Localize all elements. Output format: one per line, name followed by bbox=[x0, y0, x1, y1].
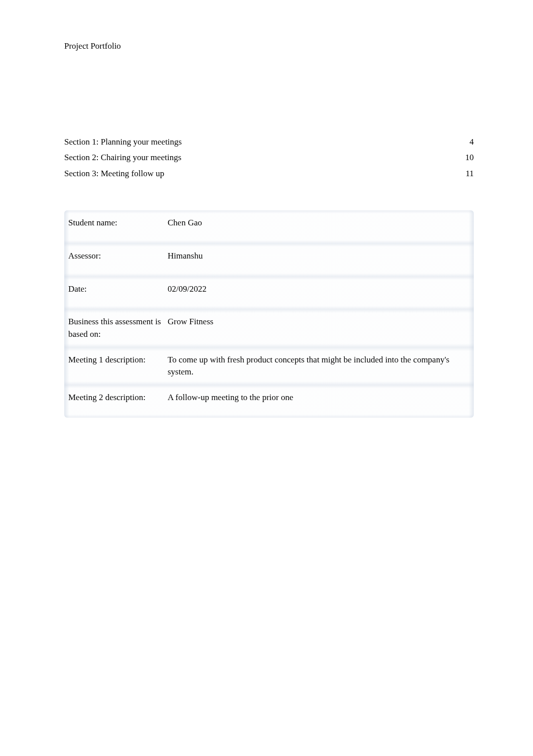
info-value-business: Grow Fitness bbox=[165, 309, 474, 347]
info-label-meeting2: Meeting 2 description: bbox=[64, 385, 165, 418]
table-row: Business this assessment is based on: Gr… bbox=[64, 309, 474, 347]
table-row: Meeting 1 description: To come up with f… bbox=[64, 347, 474, 385]
toc-row: Section 3: Meeting follow up 11 bbox=[64, 166, 474, 181]
table-row: Date: 02/09/2022 bbox=[64, 277, 474, 310]
info-label-assessor: Assessor: bbox=[64, 243, 165, 277]
page-title: Project Portfolio bbox=[64, 41, 121, 51]
toc-item-page: 4 bbox=[459, 134, 474, 150]
table-row: Meeting 2 description: A follow-up meeti… bbox=[64, 385, 474, 418]
info-table: Student name: Chen Gao Assessor: Himansh… bbox=[64, 210, 474, 418]
info-value-meeting1: To come up with fresh product concepts t… bbox=[165, 347, 474, 385]
info-value-student-name: Chen Gao bbox=[165, 210, 474, 243]
info-table-container: Student name: Chen Gao Assessor: Himansh… bbox=[64, 210, 474, 418]
toc-item-title: Section 3: Meeting follow up bbox=[64, 166, 459, 181]
info-value-date: 02/09/2022 bbox=[165, 277, 474, 310]
info-value-assessor: Himanshu bbox=[165, 243, 474, 277]
page-header: Project Portfolio bbox=[64, 41, 474, 51]
toc-row: Section 2: Chairing your meetings 10 bbox=[64, 150, 474, 165]
info-value-meeting2: A follow-up meeting to the prior one bbox=[165, 385, 474, 418]
toc-item-title: Section 1: Planning your meetings bbox=[64, 134, 459, 150]
info-label-date: Date: bbox=[64, 277, 165, 310]
info-label-business: Business this assessment is based on: bbox=[64, 309, 165, 347]
table-row: Assessor: Himanshu bbox=[64, 243, 474, 277]
info-label-meeting1: Meeting 1 description: bbox=[64, 347, 165, 385]
info-label-student-name: Student name: bbox=[64, 210, 165, 243]
table-of-contents: Section 1: Planning your meetings 4 Sect… bbox=[64, 134, 474, 181]
toc-item-page: 10 bbox=[459, 150, 474, 165]
toc-row: Section 1: Planning your meetings 4 bbox=[64, 134, 474, 150]
toc-item-page: 11 bbox=[459, 166, 474, 181]
table-row: Student name: Chen Gao bbox=[64, 210, 474, 243]
toc-item-title: Section 2: Chairing your meetings bbox=[64, 150, 459, 165]
